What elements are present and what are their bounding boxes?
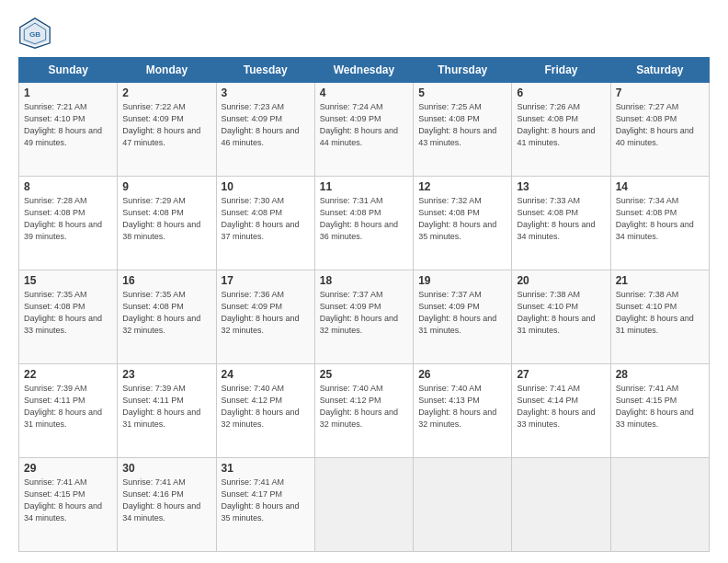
calendar-cell: 4Sunrise: 7:24 AMSunset: 4:09 PMDaylight… bbox=[314, 83, 413, 177]
day-info: Sunrise: 7:41 AMSunset: 4:15 PMDaylight:… bbox=[616, 383, 704, 431]
day-info: Sunrise: 7:27 AMSunset: 4:08 PMDaylight:… bbox=[616, 101, 704, 149]
day-info: Sunrise: 7:41 AMSunset: 4:14 PMDaylight:… bbox=[517, 383, 605, 431]
calendar-cell: 7Sunrise: 7:27 AMSunset: 4:08 PMDaylight… bbox=[610, 83, 709, 177]
calendar-cell: 8Sunrise: 7:28 AMSunset: 4:08 PMDaylight… bbox=[19, 177, 118, 270]
calendar-cell: 3Sunrise: 7:23 AMSunset: 4:09 PMDaylight… bbox=[216, 83, 314, 177]
calendar-cell: 1Sunrise: 7:21 AMSunset: 4:10 PMDaylight… bbox=[19, 83, 118, 177]
calendar-cell: 27Sunrise: 7:41 AMSunset: 4:14 PMDayligh… bbox=[512, 364, 610, 458]
day-info: Sunrise: 7:34 AMSunset: 4:08 PMDaylight:… bbox=[616, 195, 704, 243]
day-info: Sunrise: 7:25 AMSunset: 4:08 PMDaylight:… bbox=[418, 101, 506, 149]
day-number: 30 bbox=[122, 462, 210, 475]
calendar-cell: 10Sunrise: 7:30 AMSunset: 4:08 PMDayligh… bbox=[216, 177, 314, 270]
day-number: 25 bbox=[320, 368, 408, 381]
day-number: 3 bbox=[222, 86, 310, 99]
day-info: Sunrise: 7:33 AMSunset: 4:08 PMDaylight:… bbox=[517, 195, 605, 243]
svg-text:GB: GB bbox=[29, 30, 40, 39]
day-number: 1 bbox=[24, 86, 112, 99]
day-info: Sunrise: 7:40 AMSunset: 4:12 PMDaylight:… bbox=[320, 383, 408, 431]
day-number: 23 bbox=[122, 368, 210, 381]
calendar-cell: 15Sunrise: 7:35 AMSunset: 4:08 PMDayligh… bbox=[19, 270, 118, 364]
day-info: Sunrise: 7:37 AMSunset: 4:09 PMDaylight:… bbox=[320, 289, 408, 337]
day-number: 9 bbox=[122, 180, 210, 193]
day-info: Sunrise: 7:35 AMSunset: 4:08 PMDaylight:… bbox=[24, 289, 112, 337]
calendar-week-3: 15Sunrise: 7:35 AMSunset: 4:08 PMDayligh… bbox=[19, 270, 710, 364]
day-number: 27 bbox=[517, 368, 605, 381]
calendar-header-thursday: Thursday bbox=[414, 58, 512, 83]
calendar-cell: 17Sunrise: 7:36 AMSunset: 4:09 PMDayligh… bbox=[216, 270, 314, 364]
day-number: 13 bbox=[517, 180, 605, 193]
page: GB SundayMondayTuesdayWednesdayThursdayF… bbox=[0, 0, 728, 563]
day-number: 15 bbox=[24, 274, 112, 287]
calendar-cell bbox=[414, 458, 512, 552]
day-number: 19 bbox=[418, 274, 506, 287]
day-number: 6 bbox=[517, 86, 605, 99]
day-number: 24 bbox=[222, 368, 310, 381]
calendar-cell bbox=[314, 458, 413, 552]
day-info: Sunrise: 7:35 AMSunset: 4:08 PMDaylight:… bbox=[122, 289, 210, 337]
day-number: 12 bbox=[418, 180, 506, 193]
calendar-header-row: SundayMondayTuesdayWednesdayThursdayFrid… bbox=[19, 58, 710, 83]
day-info: Sunrise: 7:40 AMSunset: 4:13 PMDaylight:… bbox=[418, 383, 506, 431]
day-info: Sunrise: 7:41 AMSunset: 4:17 PMDaylight:… bbox=[222, 477, 310, 524]
day-number: 16 bbox=[122, 274, 210, 287]
day-info: Sunrise: 7:29 AMSunset: 4:08 PMDaylight:… bbox=[122, 195, 210, 243]
calendar-cell bbox=[610, 458, 709, 552]
day-number: 17 bbox=[222, 274, 310, 287]
calendar-cell: 6Sunrise: 7:26 AMSunset: 4:08 PMDaylight… bbox=[512, 83, 610, 177]
header: GB bbox=[18, 17, 710, 50]
calendar-header-friday: Friday bbox=[512, 58, 610, 83]
day-info: Sunrise: 7:28 AMSunset: 4:08 PMDaylight:… bbox=[24, 195, 112, 243]
day-number: 18 bbox=[320, 274, 408, 287]
day-info: Sunrise: 7:23 AMSunset: 4:09 PMDaylight:… bbox=[222, 101, 310, 149]
day-number: 20 bbox=[517, 274, 605, 287]
day-info: Sunrise: 7:21 AMSunset: 4:10 PMDaylight:… bbox=[24, 101, 112, 149]
calendar-cell: 11Sunrise: 7:31 AMSunset: 4:08 PMDayligh… bbox=[314, 177, 413, 270]
day-number: 10 bbox=[222, 180, 310, 193]
calendar-cell bbox=[512, 458, 610, 552]
day-number: 5 bbox=[418, 86, 506, 99]
calendar-header-monday: Monday bbox=[118, 58, 216, 83]
calendar-header-wednesday: Wednesday bbox=[314, 58, 413, 83]
calendar-cell: 30Sunrise: 7:41 AMSunset: 4:16 PMDayligh… bbox=[118, 458, 216, 552]
day-number: 31 bbox=[222, 462, 310, 475]
day-info: Sunrise: 7:31 AMSunset: 4:08 PMDaylight:… bbox=[320, 195, 408, 243]
day-info: Sunrise: 7:38 AMSunset: 4:10 PMDaylight:… bbox=[616, 289, 704, 337]
day-number: 22 bbox=[24, 368, 112, 381]
day-info: Sunrise: 7:40 AMSunset: 4:12 PMDaylight:… bbox=[222, 383, 310, 431]
calendar-cell: 14Sunrise: 7:34 AMSunset: 4:08 PMDayligh… bbox=[610, 177, 709, 270]
calendar-header-sunday: Sunday bbox=[19, 58, 118, 83]
day-number: 21 bbox=[616, 274, 704, 287]
day-info: Sunrise: 7:26 AMSunset: 4:08 PMDaylight:… bbox=[517, 101, 605, 149]
calendar-cell: 22Sunrise: 7:39 AMSunset: 4:11 PMDayligh… bbox=[19, 364, 118, 458]
day-info: Sunrise: 7:24 AMSunset: 4:09 PMDaylight:… bbox=[320, 101, 408, 149]
calendar-header-tuesday: Tuesday bbox=[216, 58, 314, 83]
calendar-cell: 18Sunrise: 7:37 AMSunset: 4:09 PMDayligh… bbox=[314, 270, 413, 364]
day-number: 7 bbox=[616, 86, 704, 99]
day-info: Sunrise: 7:39 AMSunset: 4:11 PMDaylight:… bbox=[122, 383, 210, 431]
calendar-cell: 20Sunrise: 7:38 AMSunset: 4:10 PMDayligh… bbox=[512, 270, 610, 364]
calendar-week-2: 8Sunrise: 7:28 AMSunset: 4:08 PMDaylight… bbox=[19, 177, 710, 270]
day-info: Sunrise: 7:38 AMSunset: 4:10 PMDaylight:… bbox=[517, 289, 605, 337]
calendar-cell: 23Sunrise: 7:39 AMSunset: 4:11 PMDayligh… bbox=[118, 364, 216, 458]
calendar-header-saturday: Saturday bbox=[610, 58, 709, 83]
day-info: Sunrise: 7:41 AMSunset: 4:15 PMDaylight:… bbox=[24, 477, 112, 524]
calendar-week-1: 1Sunrise: 7:21 AMSunset: 4:10 PMDaylight… bbox=[19, 83, 710, 177]
day-number: 28 bbox=[616, 368, 704, 381]
calendar-week-4: 22Sunrise: 7:39 AMSunset: 4:11 PMDayligh… bbox=[19, 364, 710, 458]
day-info: Sunrise: 7:37 AMSunset: 4:09 PMDaylight:… bbox=[418, 289, 506, 337]
calendar-cell: 21Sunrise: 7:38 AMSunset: 4:10 PMDayligh… bbox=[610, 270, 709, 364]
day-info: Sunrise: 7:30 AMSunset: 4:08 PMDaylight:… bbox=[222, 195, 310, 243]
day-number: 2 bbox=[122, 86, 210, 99]
calendar-cell: 31Sunrise: 7:41 AMSunset: 4:17 PMDayligh… bbox=[216, 458, 314, 552]
calendar-cell: 12Sunrise: 7:32 AMSunset: 4:08 PMDayligh… bbox=[414, 177, 512, 270]
calendar-week-5: 29Sunrise: 7:41 AMSunset: 4:15 PMDayligh… bbox=[19, 458, 710, 552]
calendar-cell: 24Sunrise: 7:40 AMSunset: 4:12 PMDayligh… bbox=[216, 364, 314, 458]
day-info: Sunrise: 7:36 AMSunset: 4:09 PMDaylight:… bbox=[222, 289, 310, 337]
calendar-cell: 29Sunrise: 7:41 AMSunset: 4:15 PMDayligh… bbox=[19, 458, 118, 552]
day-info: Sunrise: 7:41 AMSunset: 4:16 PMDaylight:… bbox=[122, 477, 210, 524]
calendar-cell: 2Sunrise: 7:22 AMSunset: 4:09 PMDaylight… bbox=[118, 83, 216, 177]
day-number: 4 bbox=[320, 86, 408, 99]
calendar-cell: 9Sunrise: 7:29 AMSunset: 4:08 PMDaylight… bbox=[118, 177, 216, 270]
calendar-cell: 19Sunrise: 7:37 AMSunset: 4:09 PMDayligh… bbox=[414, 270, 512, 364]
day-number: 8 bbox=[24, 180, 112, 193]
